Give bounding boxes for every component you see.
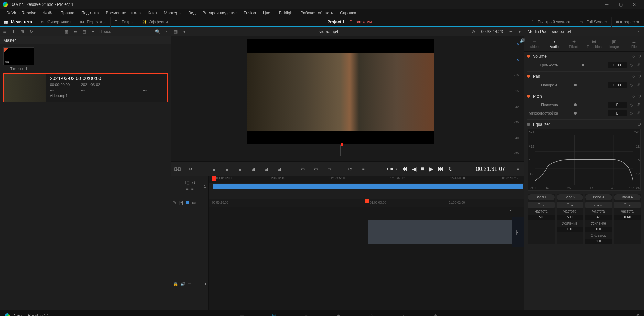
band-freq[interactable]: 50 [528,215,555,220]
page-deliver[interactable]: ✈ [431,312,440,316]
marker-icon[interactable]: [•] [179,200,183,205]
minimize-button[interactable]: ─ [600,0,614,9]
semitone-slider[interactable] [561,105,605,105]
tab-effects[interactable]: ✦Effects [564,36,584,51]
keyframe-icon[interactable]: ◇ [630,102,634,107]
list-icon[interactable]: ≡ [358,164,368,174]
band-type-select[interactable]: -○- ⌄ [585,202,612,208]
band-freq[interactable]: 10k0 [614,215,641,220]
tab-titles[interactable]: T Титры [111,17,138,27]
page-media[interactable]: ▭ [237,312,246,316]
menu-item[interactable]: Справка [336,11,359,15]
dissolve-icon[interactable]: ▭ [298,164,308,174]
menu-item[interactable]: Fusion [240,11,259,15]
overwrite-icon[interactable]: ⊟ [274,164,285,174]
smart-insert-icon[interactable] [172,164,183,174]
reset-icon[interactable]: ↺ [637,74,641,79]
smooth-cut-icon[interactable]: ▭ [324,164,334,174]
keyframe-icon[interactable]: ◇ [630,63,634,67]
inspector-button[interactable]: ✖✖ Inspector [612,17,644,27]
timeline-ab-icon[interactable]: ⟨⟩ [192,180,195,185]
tab-media-pool[interactable]: ▦ Медиатека [0,17,36,27]
page-cut[interactable]: ✄ [270,312,278,316]
close-button[interactable]: ✕ [627,0,641,9]
pan-slider[interactable] [561,85,605,85]
menu-item[interactable]: Файл [40,11,57,15]
band-name[interactable]: Band 1 [528,194,555,200]
loop-button[interactable]: ↻ [448,166,453,172]
keyframe-icon[interactable]: ◇ [630,83,634,87]
cut-icon2[interactable]: ▭ [311,164,321,174]
band-name[interactable]: Band 4 [614,194,641,200]
enable-toggle[interactable] [527,123,530,126]
link-icon[interactable]: ▭ [192,200,196,205]
timeline-options-icon[interactable]: ≡ [513,164,523,174]
reset-icon[interactable]: ↺ [636,63,641,67]
detail-playhead-icon[interactable] [367,199,367,310]
tab-effects[interactable]: ✨ Эффекты [138,17,172,27]
menu-item[interactable]: Маркеры [160,11,185,15]
band-freq[interactable]: 500 [557,215,583,220]
settings-icon[interactable]: ⚙ [636,313,640,316]
fullscreen-button[interactable]: ▭ Full Screen [575,17,612,27]
quick-export-button[interactable]: ⤴ Быстрый экспорт [527,17,575,27]
menu-item[interactable]: Вид [185,11,199,15]
transport-timecode[interactable]: 00:21:31:07 [476,166,505,172]
stripview-icon[interactable]: ▤ [79,27,88,36]
finetune-value[interactable]: 0 [608,110,627,116]
boring-detector-icon[interactable]: ▦ [171,27,180,36]
playhead-icon[interactable] [341,143,343,146]
band-type-select[interactable]: ⌒ ⌄ [528,202,555,208]
razor-icon[interactable]: ✎ [173,200,176,205]
band-name[interactable]: Band 2 [557,194,583,200]
menu-item[interactable]: Рабочая область [297,11,337,15]
clip-item-selected[interactable]: ♪ 2021-03-02 00:00:00:00 00:00:00:00 202… [3,73,168,102]
overview-track[interactable]: 01:00:00:00 01:06:12:12 01:12:25:00 01:1… [209,176,524,195]
place-on-top-icon[interactable]: ⊞ [248,164,258,174]
menu-item[interactable]: Цвет [259,11,276,15]
ripple-icon[interactable]: ⊟ [222,164,232,174]
play-reverse-button[interactable]: ◀ [412,166,416,172]
home-icon[interactable]: ⌂ [628,313,631,316]
page-fusion[interactable]: ✦ [334,312,343,316]
stop-button[interactable]: ■ [421,166,425,172]
viewer-scrubber[interactable] [340,145,341,156]
keyframe-icon[interactable]: ◇ [632,74,635,78]
page-edit[interactable]: ≡ [302,312,310,316]
chevron-down-icon[interactable]: ⌄ [509,207,512,212]
finetune-slider[interactable] [561,113,605,113]
menu-item[interactable]: Правка [57,11,78,15]
video-track-icon[interactable]: ▭ [187,282,191,286]
timeline-align-right-icon[interactable]: ≡ [191,186,194,191]
inspector-menu-icon[interactable]: ⋯ [636,29,641,34]
band-type-select[interactable]: ⌒ ⌄ [557,202,583,208]
tab-file[interactable]: ≣File [624,36,644,51]
tools-icon[interactable]: ▾ [180,27,189,36]
menu-item[interactable]: Клип [144,11,160,15]
close-up-icon[interactable]: ⊟ [235,164,245,174]
reset-icon[interactable]: ↺ [636,111,641,116]
listview-icon[interactable]: ☷ [71,27,79,36]
enable-toggle[interactable] [527,55,530,58]
search-icon[interactable]: 🔍 [153,27,162,36]
clip-sync-indicator[interactable]: [·] [512,217,524,247]
match-frame-icon[interactable]: ⊙ [469,27,478,36]
menu-item[interactable]: Fairlight [276,11,297,15]
enable-toggle[interactable] [527,95,530,98]
options-icon[interactable]: ⋯ [162,27,171,36]
sync-icon[interactable]: ⟳ [345,164,355,174]
tab-video[interactable]: ▭Video [524,36,544,51]
jog-left-icon[interactable]: ‹ ● › [387,166,397,172]
timeline-clip[interactable] [368,220,512,244]
menu-item[interactable]: Воспроизведение [199,11,240,15]
tab-image[interactable]: ▣Image [604,36,624,51]
enable-toggle[interactable] [527,75,530,78]
volume-value[interactable]: 0.00 [608,62,627,68]
history-icon[interactable]: ↻ [27,27,36,36]
timeline-thumbnail[interactable]: ⌨ Timeline 1 [3,47,34,71]
overview-playhead-icon[interactable] [212,176,216,181]
next-clip-button[interactable]: ⏭ [438,166,443,172]
eq-graph[interactable]: +24 +24 +12 +12 0 0 -12 -12 -24 -24 Гц 6… [528,129,641,191]
reset-icon[interactable]: ↺ [636,83,641,87]
tab-audio[interactable]: ♪Audio [544,36,564,51]
